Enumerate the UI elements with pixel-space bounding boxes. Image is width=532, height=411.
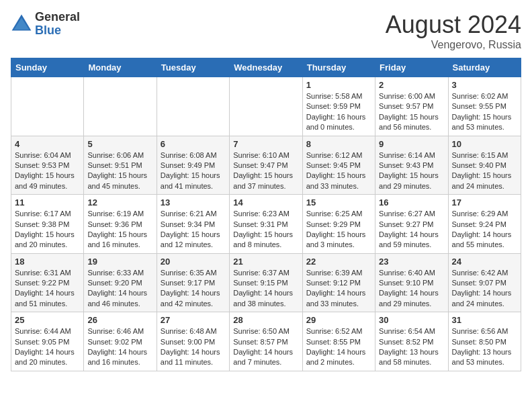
calendar-week-5: 25Sunrise: 6:44 AM Sunset: 9:05 PM Dayli… <box>11 312 521 371</box>
calendar-cell: 27Sunrise: 6:48 AM Sunset: 9:00 PM Dayli… <box>157 312 229 371</box>
day-number: 18 <box>15 257 80 267</box>
day-info: Sunrise: 6:56 AM Sunset: 8:50 PM Dayligh… <box>452 326 517 368</box>
calendar-cell: 7Sunrise: 6:10 AM Sunset: 9:47 PM Daylig… <box>230 136 302 195</box>
calendar-cell: 13Sunrise: 6:21 AM Sunset: 9:34 PM Dayli… <box>157 195 229 254</box>
day-info: Sunrise: 6:27 AM Sunset: 9:27 PM Dayligh… <box>379 209 444 250</box>
day-info: Sunrise: 6:39 AM Sunset: 9:12 PM Dayligh… <box>306 268 371 310</box>
day-number: 1 <box>306 80 371 90</box>
day-info: Sunrise: 6:15 AM Sunset: 9:40 PM Dayligh… <box>452 150 517 192</box>
calendar-cell <box>11 77 84 136</box>
calendar-cell: 17Sunrise: 6:29 AM Sunset: 9:24 PM Dayli… <box>448 195 521 254</box>
day-info: Sunrise: 6:00 AM Sunset: 9:57 PM Dayligh… <box>379 91 444 133</box>
header-row: SundayMondayTuesdayWednesdayThursdayFrid… <box>11 58 521 77</box>
day-info: Sunrise: 6:46 AM Sunset: 9:02 PM Dayligh… <box>87 326 152 368</box>
calendar-cell: 14Sunrise: 6:23 AM Sunset: 9:31 PM Dayli… <box>230 195 302 254</box>
calendar-cell: 20Sunrise: 6:35 AM Sunset: 9:17 PM Dayli… <box>157 253 229 312</box>
calendar-week-1: 1Sunrise: 5:58 AM Sunset: 9:59 PM Daylig… <box>11 77 521 136</box>
calendar-week-2: 4Sunrise: 6:04 AM Sunset: 9:53 PM Daylig… <box>11 136 521 195</box>
calendar-cell: 10Sunrise: 6:15 AM Sunset: 9:40 PM Dayli… <box>448 136 521 195</box>
calendar-cell: 9Sunrise: 6:14 AM Sunset: 9:43 PM Daylig… <box>375 136 448 195</box>
day-info: Sunrise: 6:37 AM Sunset: 9:15 PM Dayligh… <box>233 268 298 310</box>
calendar-cell: 18Sunrise: 6:31 AM Sunset: 9:22 PM Dayli… <box>11 253 84 312</box>
calendar-cell: 26Sunrise: 6:46 AM Sunset: 9:02 PM Dayli… <box>84 312 157 371</box>
day-number: 25 <box>15 315 80 325</box>
calendar-cell: 15Sunrise: 6:25 AM Sunset: 9:29 PM Dayli… <box>302 195 375 254</box>
calendar-cell: 4Sunrise: 6:04 AM Sunset: 9:53 PM Daylig… <box>11 136 84 195</box>
day-info: Sunrise: 6:48 AM Sunset: 9:00 PM Dayligh… <box>161 326 226 368</box>
day-number: 14 <box>233 197 298 208</box>
day-number: 30 <box>379 315 444 325</box>
logo-text: General Blue <box>35 11 80 38</box>
day-header-monday: Monday <box>84 58 157 77</box>
day-number: 8 <box>306 139 371 149</box>
day-info: Sunrise: 6:54 AM Sunset: 8:52 PM Dayligh… <box>379 326 444 368</box>
day-info: Sunrise: 6:21 AM Sunset: 9:34 PM Dayligh… <box>161 209 226 250</box>
calendar-cell: 5Sunrise: 6:06 AM Sunset: 9:51 PM Daylig… <box>84 136 157 195</box>
day-number: 5 <box>87 139 152 149</box>
calendar-cell: 3Sunrise: 6:02 AM Sunset: 9:55 PM Daylig… <box>448 77 521 136</box>
day-info: Sunrise: 6:12 AM Sunset: 9:45 PM Dayligh… <box>306 150 371 192</box>
calendar-cell: 11Sunrise: 6:17 AM Sunset: 9:38 PM Dayli… <box>11 195 84 254</box>
day-number: 16 <box>379 197 444 208</box>
day-info: Sunrise: 6:52 AM Sunset: 8:55 PM Dayligh… <box>306 326 371 368</box>
day-number: 29 <box>306 315 371 325</box>
day-header-wednesday: Wednesday <box>230 58 302 77</box>
day-info: Sunrise: 6:31 AM Sunset: 9:22 PM Dayligh… <box>15 268 80 310</box>
day-number: 7 <box>233 139 298 149</box>
day-number: 13 <box>161 197 226 208</box>
day-info: Sunrise: 5:58 AM Sunset: 9:59 PM Dayligh… <box>306 91 371 133</box>
day-number: 17 <box>452 197 517 208</box>
day-number: 15 <box>306 197 371 208</box>
day-number: 24 <box>452 257 517 267</box>
calendar-cell: 21Sunrise: 6:37 AM Sunset: 9:15 PM Dayli… <box>230 253 302 312</box>
calendar-cell: 16Sunrise: 6:27 AM Sunset: 9:27 PM Dayli… <box>375 195 448 254</box>
calendar-cell: 1Sunrise: 5:58 AM Sunset: 9:59 PM Daylig… <box>302 77 375 136</box>
calendar-cell: 23Sunrise: 6:40 AM Sunset: 9:10 PM Dayli… <box>375 253 448 312</box>
day-info: Sunrise: 6:14 AM Sunset: 9:43 PM Dayligh… <box>379 150 444 192</box>
calendar-cell: 22Sunrise: 6:39 AM Sunset: 9:12 PM Dayli… <box>302 253 375 312</box>
header: General Blue August 2024 Vengerovo, Russ… <box>11 11 521 51</box>
day-number: 21 <box>233 257 298 267</box>
day-info: Sunrise: 6:17 AM Sunset: 9:38 PM Dayligh… <box>15 209 80 250</box>
day-info: Sunrise: 6:42 AM Sunset: 9:07 PM Dayligh… <box>452 268 517 310</box>
day-info: Sunrise: 6:35 AM Sunset: 9:17 PM Dayligh… <box>161 268 226 310</box>
calendar-cell: 29Sunrise: 6:52 AM Sunset: 8:55 PM Dayli… <box>302 312 375 371</box>
day-number: 6 <box>161 139 226 149</box>
calendar-cell <box>230 77 302 136</box>
day-info: Sunrise: 6:40 AM Sunset: 9:10 PM Dayligh… <box>379 268 444 310</box>
calendar-cell: 2Sunrise: 6:00 AM Sunset: 9:57 PM Daylig… <box>375 77 448 136</box>
calendar-cell: 6Sunrise: 6:08 AM Sunset: 9:49 PM Daylig… <box>157 136 229 195</box>
calendar-cell <box>157 77 229 136</box>
day-info: Sunrise: 6:50 AM Sunset: 8:57 PM Dayligh… <box>233 326 298 368</box>
day-info: Sunrise: 6:02 AM Sunset: 9:55 PM Dayligh… <box>452 91 517 133</box>
location: Vengerovo, Russia <box>386 39 521 51</box>
day-header-thursday: Thursday <box>302 58 375 77</box>
day-number: 19 <box>87 257 152 267</box>
day-number: 4 <box>15 139 80 149</box>
logo-blue-text: Blue <box>35 24 80 38</box>
day-number: 11 <box>15 197 80 208</box>
calendar-cell: 31Sunrise: 6:56 AM Sunset: 8:50 PM Dayli… <box>448 312 521 371</box>
day-info: Sunrise: 6:23 AM Sunset: 9:31 PM Dayligh… <box>233 209 298 250</box>
day-number: 3 <box>452 80 517 90</box>
logo-icon <box>11 13 32 35</box>
calendar-table: SundayMondayTuesdayWednesdayThursdayFrid… <box>11 58 521 371</box>
day-header-friday: Friday <box>375 58 448 77</box>
month-title: August 2024 <box>386 11 521 39</box>
day-info: Sunrise: 6:10 AM Sunset: 9:47 PM Dayligh… <box>233 150 298 192</box>
day-number: 10 <box>452 139 517 149</box>
day-info: Sunrise: 6:08 AM Sunset: 9:49 PM Dayligh… <box>161 150 226 192</box>
day-info: Sunrise: 6:44 AM Sunset: 9:05 PM Dayligh… <box>15 326 80 368</box>
day-number: 2 <box>379 80 444 90</box>
day-info: Sunrise: 6:25 AM Sunset: 9:29 PM Dayligh… <box>306 209 371 250</box>
calendar-cell: 19Sunrise: 6:33 AM Sunset: 9:20 PM Dayli… <box>84 253 157 312</box>
day-info: Sunrise: 6:04 AM Sunset: 9:53 PM Dayligh… <box>15 150 80 192</box>
calendar-cell: 8Sunrise: 6:12 AM Sunset: 9:45 PM Daylig… <box>302 136 375 195</box>
day-info: Sunrise: 6:06 AM Sunset: 9:51 PM Dayligh… <box>87 150 152 192</box>
calendar-cell: 30Sunrise: 6:54 AM Sunset: 8:52 PM Dayli… <box>375 312 448 371</box>
day-number: 26 <box>87 315 152 325</box>
calendar-cell: 28Sunrise: 6:50 AM Sunset: 8:57 PM Dayli… <box>230 312 302 371</box>
title-section: August 2024 Vengerovo, Russia <box>386 11 521 51</box>
day-number: 20 <box>161 257 226 267</box>
day-number: 12 <box>87 197 152 208</box>
